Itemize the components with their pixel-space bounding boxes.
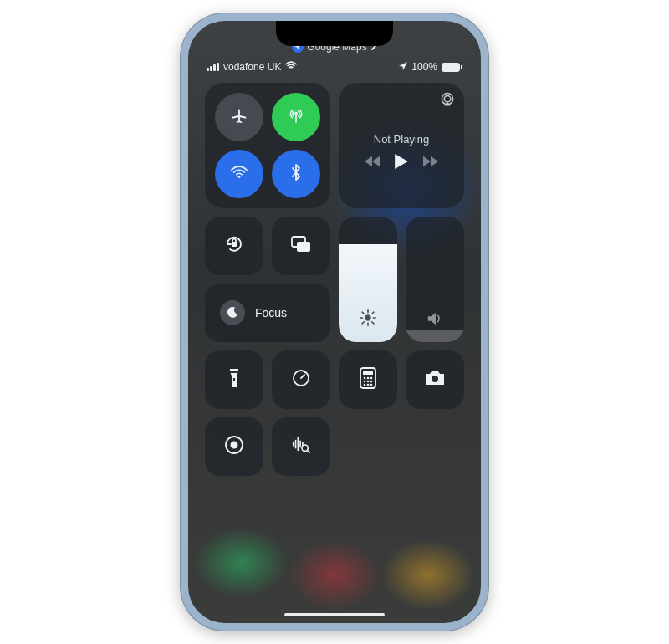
svg-line-21 <box>301 375 304 378</box>
status-bar: vodafone UK 100% <box>188 59 481 74</box>
focus-label: Focus <box>255 306 287 319</box>
iphone-frame: Google Maps vodafone UK 100% <box>180 13 489 631</box>
camera-icon <box>424 369 446 391</box>
flashlight-button[interactable] <box>205 350 263 409</box>
antenna-icon <box>287 106 305 128</box>
svg-rect-18 <box>233 378 235 381</box>
next-track-button[interactable] <box>423 156 438 170</box>
rotation-lock-button[interactable] <box>205 217 263 275</box>
camera-button[interactable] <box>406 350 464 409</box>
moon-icon <box>220 300 245 325</box>
svg-point-0 <box>291 68 293 69</box>
wifi-icon <box>230 165 248 183</box>
record-icon <box>224 435 244 458</box>
play-button[interactable] <box>395 154 408 171</box>
svg-point-3 <box>238 176 241 178</box>
svg-rect-8 <box>297 242 310 252</box>
airplane-mode-button[interactable] <box>215 93 263 141</box>
media-title: Not Playing <box>374 133 429 146</box>
svg-point-35 <box>231 442 238 449</box>
focus-button[interactable]: Focus <box>205 284 330 342</box>
bluetooth-icon <box>290 163 302 185</box>
svg-line-17 <box>372 312 374 314</box>
screen: Google Maps vodafone UK 100% <box>188 21 481 623</box>
svg-point-33 <box>432 376 438 382</box>
airplane-icon <box>230 106 248 128</box>
media-player-tile[interactable]: Not Playing <box>339 83 464 208</box>
carrier-label: vodafone UK <box>223 61 281 73</box>
timer-icon <box>291 368 311 391</box>
calculator-button[interactable] <box>339 350 397 409</box>
notch <box>276 21 393 46</box>
signal-bars-icon <box>207 63 219 71</box>
battery-icon <box>442 63 462 72</box>
svg-point-25 <box>367 377 370 380</box>
svg-point-24 <box>364 377 366 380</box>
svg-point-5 <box>444 95 451 102</box>
svg-point-27 <box>364 381 366 383</box>
brightness-slider[interactable] <box>339 217 397 342</box>
svg-point-28 <box>367 381 370 383</box>
svg-rect-23 <box>363 371 373 375</box>
cellular-data-button[interactable] <box>272 93 320 141</box>
svg-point-30 <box>364 384 366 386</box>
wifi-status-icon <box>285 61 297 73</box>
bluetooth-button[interactable] <box>272 150 320 198</box>
flashlight-icon <box>227 367 241 392</box>
previous-track-button[interactable] <box>365 156 380 170</box>
svg-point-31 <box>367 384 370 386</box>
svg-line-14 <box>362 312 364 314</box>
sound-search-icon <box>291 435 311 458</box>
svg-point-9 <box>365 314 370 320</box>
airplay-icon[interactable] <box>439 91 456 110</box>
volume-icon <box>406 310 464 330</box>
svg-line-42 <box>307 450 309 452</box>
screen-record-button[interactable] <box>205 417 263 476</box>
battery-pct: 100% <box>411 61 437 73</box>
music-recognition-button[interactable] <box>272 417 330 476</box>
screen-mirroring-button[interactable] <box>272 217 330 275</box>
timer-button[interactable] <box>272 350 330 409</box>
screen-mirroring-icon <box>290 235 312 257</box>
home-indicator[interactable] <box>284 613 385 616</box>
svg-point-32 <box>370 384 373 386</box>
svg-line-15 <box>372 322 374 324</box>
location-status-icon <box>399 61 407 73</box>
control-center: Not Playing <box>205 83 464 476</box>
svg-point-29 <box>370 381 373 383</box>
calculator-icon <box>360 367 376 392</box>
svg-point-26 <box>370 377 373 380</box>
brightness-icon <box>339 309 397 330</box>
volume-slider[interactable] <box>406 217 464 342</box>
wifi-button[interactable] <box>215 150 263 198</box>
svg-rect-6 <box>232 242 237 247</box>
svg-line-16 <box>362 322 364 324</box>
connectivity-group[interactable] <box>205 83 330 208</box>
rotation-lock-icon <box>223 233 245 258</box>
